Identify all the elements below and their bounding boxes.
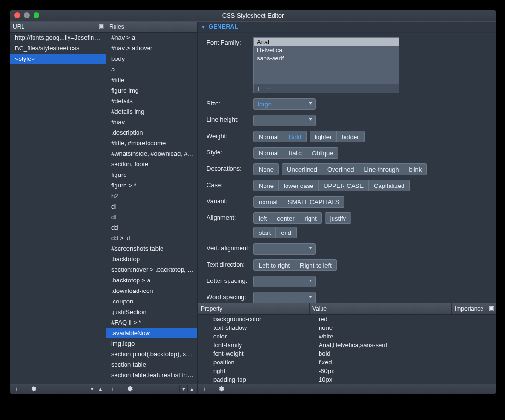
list-item[interactable]: section table.featuresList tr:nth... (106, 370, 197, 381)
list-item[interactable]: section:hover > .backtotop, foot... (106, 265, 197, 275)
segmented-option[interactable]: end (276, 227, 297, 238)
list-item[interactable]: section, footer (106, 159, 197, 170)
table-row[interactable]: right-60px (198, 366, 496, 375)
list-item[interactable]: .availableNow (106, 328, 197, 338)
segmented-option[interactable]: Line-through (359, 163, 404, 175)
remove-icon[interactable]: − (117, 385, 126, 393)
list-item[interactable]: http://fonts.goog...ily=Josefin+Sans (10, 33, 106, 43)
list-item[interactable]: figure (106, 170, 197, 180)
line-height-select[interactable] (253, 115, 316, 126)
gear-icon[interactable] (217, 385, 226, 393)
add-icon[interactable]: + (200, 385, 208, 393)
word-spacing-select[interactable] (253, 292, 316, 303)
segmented-option[interactable]: SMALL CAPITALS (283, 196, 345, 208)
chevron-up-icon[interactable]: ▴ (187, 385, 195, 393)
gear-icon[interactable] (126, 385, 134, 393)
segmented-option[interactable]: bolder (337, 131, 364, 142)
letter-spacing-select[interactable] (253, 276, 316, 287)
segmented-option[interactable]: Italic (284, 147, 307, 159)
disclosure-triangle-icon[interactable]: ▼ (201, 24, 206, 30)
list-item[interactable]: #details img (106, 106, 197, 117)
add-icon[interactable]: + (108, 385, 117, 393)
segmented-option[interactable]: Overlined (322, 163, 359, 175)
segmented-option[interactable]: Normal (253, 131, 284, 142)
list-item[interactable]: #nav (106, 117, 197, 128)
table-row[interactable]: colorwhite (198, 332, 496, 340)
font-family-list[interactable]: ArialHelveticasans-serif (253, 37, 399, 84)
remove-icon[interactable]: − (208, 385, 217, 393)
list-item[interactable]: dl (106, 201, 197, 212)
url-list[interactable]: http://fonts.goog...ily=Josefin+SansBG_f… (10, 33, 106, 384)
case-segmented[interactable]: Nonelower caseUPPER CASECapitalized (253, 180, 410, 191)
list-item[interactable]: dd (106, 222, 197, 233)
list-item[interactable]: BG_files/stylesheet.css (10, 43, 106, 54)
list-item[interactable]: #nav > a:hover (106, 43, 197, 54)
segmented-option[interactable]: lower case (279, 180, 319, 191)
decorations-none[interactable]: None (253, 163, 279, 175)
direction-segmented[interactable]: Left to rightRight to left (253, 259, 337, 271)
segmented-option[interactable]: Oblique (307, 147, 339, 159)
list-item[interactable]: figure img (106, 85, 197, 96)
segmented-option[interactable]: right (299, 212, 321, 224)
list-item[interactable]: Arial (254, 38, 399, 46)
segmented-option[interactable]: None (253, 180, 279, 191)
segmented-option[interactable]: lighter (310, 131, 337, 142)
weight-modifier-segmented[interactable]: lighterbolder (310, 131, 365, 142)
chevron-down-icon[interactable]: ▾ (88, 385, 96, 393)
list-item[interactable]: dd > ul (106, 233, 197, 244)
segmented-option[interactable]: Left to right (253, 259, 295, 271)
chevron-down-icon[interactable]: ▾ (179, 385, 187, 393)
rules-header[interactable]: Rules (106, 22, 197, 33)
table-row[interactable]: padding-top10px (198, 375, 496, 384)
list-item[interactable]: dt (106, 212, 197, 222)
properties-body[interactable]: background-colorredtext-shadownonecolorw… (198, 315, 496, 384)
style-segmented[interactable]: NormalItalicOblique (253, 147, 338, 159)
list-item[interactable]: h2 (106, 191, 197, 201)
list-item[interactable]: #title (106, 75, 197, 85)
general-section-header[interactable]: ▼ GENERAL (198, 22, 496, 33)
variant-segmented[interactable]: normalSMALL CAPITALS (253, 196, 344, 208)
list-item[interactable]: .justifSection (106, 307, 197, 317)
minimize-icon[interactable] (24, 12, 30, 18)
segmented-option[interactable]: Normal (253, 147, 284, 159)
segmented-option[interactable]: start (253, 227, 276, 238)
segmented-option[interactable]: blink (404, 163, 427, 175)
zoom-icon[interactable] (34, 12, 39, 18)
col-property[interactable]: Property (198, 303, 310, 314)
list-item[interactable]: .backtotop (106, 254, 197, 265)
list-item[interactable]: .coupon (106, 296, 197, 307)
add-icon[interactable]: + (12, 385, 21, 393)
list-item[interactable]: figure > * (106, 180, 197, 191)
list-item[interactable]: #details (106, 96, 197, 106)
col-value[interactable]: Value (310, 303, 452, 314)
segmented-option[interactable]: center (272, 212, 299, 224)
segmented-option[interactable]: normal (253, 196, 283, 208)
list-item[interactable]: #title, #moretocome (106, 138, 197, 149)
alignment-segmented[interactable]: leftcenterright (253, 212, 322, 224)
list-item[interactable]: Helvetica (254, 46, 399, 54)
table-row[interactable]: font-weightbold (198, 349, 496, 358)
col-importance[interactable]: Importance ▣ (452, 303, 496, 314)
list-item[interactable]: img.logo (106, 338, 197, 349)
weight-segmented[interactable]: NormalBold (253, 131, 307, 142)
segmented-option[interactable]: Right to left (295, 259, 337, 271)
alignment-justify[interactable]: justify (325, 212, 351, 224)
table-row[interactable]: font-familyArial,Helvetica,sans-serif (198, 340, 496, 349)
close-icon[interactable] (14, 12, 20, 18)
list-item[interactable]: section p:not(.backtotop), secti... (106, 349, 197, 360)
remove-icon[interactable]: − (21, 385, 29, 393)
segmented-option[interactable]: Underlined (282, 163, 322, 175)
size-select[interactable]: large (253, 98, 316, 110)
segmented-option[interactable]: UPPER CASE (319, 180, 369, 191)
list-item[interactable]: section table (106, 360, 197, 370)
column-menu-icon[interactable]: ▣ (489, 305, 494, 312)
list-item[interactable]: <style> (10, 54, 106, 64)
valign-select[interactable] (253, 243, 316, 255)
list-item[interactable]: body (106, 54, 197, 64)
list-item[interactable]: #whatsinside, #download, #con... (106, 149, 197, 159)
list-item[interactable]: #screenshots table (106, 244, 197, 254)
list-item[interactable]: .description (106, 128, 197, 138)
list-item[interactable]: .download-icon (106, 286, 197, 296)
gear-icon[interactable] (29, 385, 38, 393)
list-item[interactable]: a (106, 64, 197, 75)
